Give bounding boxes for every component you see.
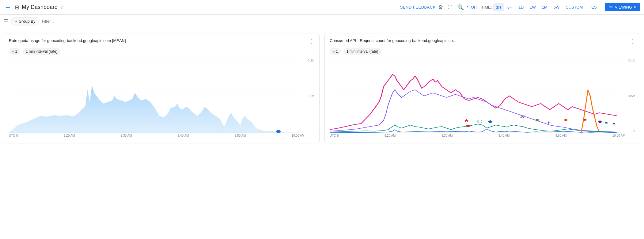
viewing-button[interactable]: 👁 VIEWING ▾ — [605, 3, 640, 11]
svg-text:▼: ▼ — [582, 118, 588, 122]
filter-input[interactable] — [42, 19, 640, 24]
x-label: 10:00 AM — [612, 134, 625, 137]
card-1-y-bot: 0 — [313, 129, 314, 133]
card-1-y-top: 0.2/s — [308, 59, 314, 63]
viewing-chevron-icon: ▾ — [634, 5, 636, 9]
svg-text:◆: ◆ — [488, 119, 493, 124]
header-icons: ⚙ ⛶ 🔍 — [438, 4, 464, 11]
time-6w-button[interactable]: 6W — [551, 3, 563, 11]
refresh-label: ↻ OFF — [466, 5, 479, 9]
svg-text:⬡: ⬡ — [477, 119, 483, 124]
chart-card-1: Rate quota usage for geocoding-backend.g… — [4, 33, 320, 143]
viewing-eye-icon: 👁 — [609, 5, 613, 9]
card-1-more-icon[interactable]: ⋮ — [309, 38, 314, 45]
refresh-section[interactable]: ↻ OFF — [466, 5, 479, 9]
card-2-y-top: 0.1/s — [628, 59, 635, 63]
svg-text:▲: ▲ — [611, 121, 616, 125]
time-1w-button[interactable]: 1W — [527, 3, 539, 11]
svg-point-4 — [276, 130, 281, 133]
viewing-label: VIEWING — [615, 5, 632, 9]
group-by-plus-icon: + — [15, 19, 17, 24]
time-label: TIME: — [481, 5, 492, 9]
chart-card-2: Consumed API - Request count for geocodi… — [324, 33, 640, 143]
page-title: My Dashboard — [22, 4, 58, 10]
card-1-header: Rate quota usage for geocoding-backend.g… — [9, 38, 314, 45]
x-label: 10:00 AM — [292, 134, 305, 137]
card-1-filters: ≡ 1 1 min interval (rate) — [9, 48, 314, 55]
card-2-filters: ≡ 1 1 min interval (rate) — [330, 48, 635, 55]
card-1-chart-svg — [9, 59, 314, 133]
card-2-filter-chip-1[interactable]: ≡ 1 — [330, 48, 341, 55]
card-1-filter-2-label: 1 min interval (rate) — [26, 49, 57, 54]
x-label: 9:20 AM — [385, 134, 396, 137]
x-label: 9:40 AM — [498, 134, 510, 137]
card-2-chart-area: 0.1/s 0.05/s 0 ★ — [330, 59, 635, 133]
time-1d-button[interactable]: 1D — [516, 3, 527, 11]
time-section: TIME: 1H 6H 1D 1W 1M 6W CUSTOM — [481, 3, 586, 11]
search-icon[interactable]: 🔍 — [457, 4, 464, 11]
card-2-y-bot: 0 — [633, 129, 635, 133]
group-by-label: Group By — [19, 19, 36, 24]
time-1h-button[interactable]: 1H — [493, 3, 504, 11]
card-2-chart-svg: ★ ⬡ ◆ ✕ ■ + ■ ▼ ◆ ■ ▲ — [330, 59, 635, 133]
card-1-filter-chip-1[interactable]: ≡ 1 — [9, 48, 20, 55]
svg-text:■: ■ — [536, 118, 539, 122]
card-2-header: Consumed API - Request count for geocodi… — [330, 38, 635, 45]
time-1m-button[interactable]: 1M — [539, 3, 551, 11]
card-2-title: Consumed API - Request count for geocodi… — [330, 38, 627, 43]
x-label: 9:50 AM — [555, 134, 567, 137]
time-custom-button[interactable]: CUSTOM — [563, 3, 586, 11]
filter-lines-icon: ≡ — [12, 50, 14, 53]
settings-icon[interactable]: ⚙ — [438, 4, 443, 11]
expand-icon[interactable]: ⛶ — [448, 5, 452, 10]
card-1-title: Rate quota usage for geocoding-backend.g… — [9, 38, 306, 43]
card-2-filter-chip-2[interactable]: 1 min interval (rate) — [343, 48, 381, 55]
send-feedback-button[interactable]: SEND FEEDBACK — [400, 5, 436, 9]
svg-text:■: ■ — [604, 120, 608, 125]
svg-text:★: ★ — [464, 118, 469, 123]
x-label: 9:20 AM — [64, 134, 75, 137]
svg-text:+: + — [547, 120, 551, 126]
svg-marker-3 — [9, 85, 301, 133]
svg-text:■: ■ — [564, 118, 568, 122]
time-6h-button[interactable]: 6H — [504, 3, 516, 11]
svg-text:✕: ✕ — [520, 114, 525, 119]
card-2-filter-2-label: 1 min interval (rate) — [347, 49, 378, 54]
header-left: ← ⊞ My Dashboard ☆ — [4, 2, 398, 12]
header: ← ⊞ My Dashboard ☆ SEND FEEDBACK ⚙ ⛶ 🔍 ↻… — [0, 0, 644, 15]
group-by-button[interactable]: + Group By — [11, 17, 40, 25]
card-1-filter-1-label: 1 — [15, 49, 17, 54]
x-label: UTC-5 — [9, 134, 18, 137]
x-label: 9:30 AM — [121, 134, 132, 137]
x-label: 9:30 AM — [441, 134, 453, 137]
card-2-y-mid: 0.05/s — [627, 94, 635, 98]
svg-point-19 — [466, 125, 470, 127]
card-2-x-labels: UTC-5 9:20 AM 9:30 AM 9:40 AM 9:50 AM 10… — [330, 134, 635, 137]
card-1-y-mid: 0.1/s — [308, 94, 314, 98]
card-2-more-icon[interactable]: ⋮ — [630, 38, 635, 45]
card-1-x-labels: UTC-5 9:20 AM 9:30 AM 9:40 AM 9:50 AM 10… — [9, 134, 314, 137]
main-content: Rate quota usage for geocoding-backend.g… — [0, 28, 644, 148]
x-label: 9:40 AM — [178, 134, 189, 137]
star-icon[interactable]: ☆ — [60, 4, 64, 10]
svg-text:◆: ◆ — [598, 119, 602, 123]
toolbar: ☰ + Group By — [0, 15, 644, 28]
card-1-chart-area: 0.2/s 0.1/s 0 — [9, 59, 314, 133]
back-button[interactable]: ← — [4, 2, 12, 12]
filter-lines-icon-2: ≡ — [333, 50, 335, 53]
card-2-filter-1-label: 1 — [336, 49, 338, 54]
menu-icon[interactable]: ☰ — [4, 18, 9, 25]
dashboard-icon: ⊞ — [15, 4, 19, 11]
x-label: UTC-5 — [330, 134, 339, 137]
card-1-filter-chip-2[interactable]: 1 min interval (rate) — [23, 48, 60, 55]
timezone-button[interactable]: EST — [588, 3, 602, 11]
x-label: 9:50 AM — [235, 134, 246, 137]
